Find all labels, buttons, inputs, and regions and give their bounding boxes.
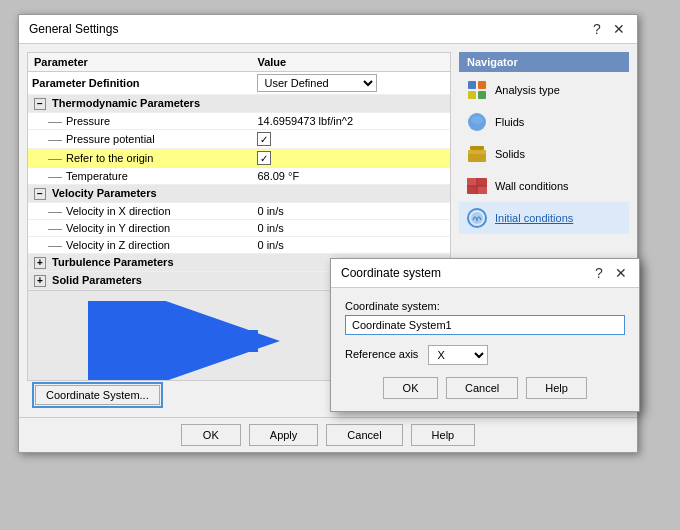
refer-origin-row: Refer to the origin ✓ [28,149,450,168]
turbulence-expand-icon[interactable]: + [34,257,46,269]
nav-label-fluids: Fluids [495,116,524,128]
velocity-y-row: Velocity in Y direction 0 in/s [28,220,450,237]
pressure-value: 14.6959473 lbf/in^2 [251,113,450,130]
bottom-buttons: OK Apply Cancel Help [19,417,637,452]
velocity-y-label: Velocity in Y direction [66,222,170,234]
help-button[interactable]: ? [589,21,605,37]
svg-rect-9 [468,150,486,154]
svg-rect-10 [470,146,484,150]
param-definition-label: Parameter Definition [28,72,251,95]
velocity-z-label: Velocity in Z direction [66,239,170,251]
velocity-section-header: − Velocity Parameters [28,185,450,203]
svg-rect-2 [468,81,476,89]
temperature-value: 68.09 °F [251,168,450,185]
ok-button[interactable]: OK [181,424,241,446]
param-panel: Parameter Value Parameter Definition Use… [27,52,451,291]
velocity-x-row: Velocity in X direction 0 in/s [28,203,450,220]
nav-item-initial-conditions[interactable]: Initial conditions [459,202,629,234]
thermodynamic-expand-icon[interactable]: − [34,98,46,110]
nav-item-fluids[interactable]: Fluids [459,106,629,138]
coord-help-button[interactable]: Help [526,377,587,399]
coord-system-input[interactable] [345,315,625,335]
pressure-label: Pressure [66,115,110,127]
param-definition-select[interactable]: User Defined [257,74,377,92]
svg-rect-4 [468,91,476,99]
solids-icon [465,142,489,166]
param-definition-value: User Defined [251,72,450,95]
velocity-y-value: 0 in/s [251,220,450,237]
temperature-label: Temperature [66,170,128,182]
coordinate-system-dialog: Coordinate system ? ✕ Coordinate system:… [330,258,640,412]
ref-axis-select[interactable]: X Y Z [428,345,488,365]
temperature-row: Temperature 68.09 °F [28,168,450,185]
title-bar: General Settings ? ✕ [19,15,637,44]
nav-item-analysis-type[interactable]: Analysis type [459,74,629,106]
nav-item-wall-conditions[interactable]: Wall conditions [459,170,629,202]
ref-axis-row: Reference axis X Y Z [345,345,625,365]
refer-origin-label: Refer to the origin [66,152,153,164]
nav-item-solids[interactable]: Solids [459,138,629,170]
svg-rect-5 [478,91,486,99]
pressure-potential-label: Pressure potential [66,133,155,145]
ref-axis-label: Reference axis [345,348,418,360]
apply-button[interactable]: Apply [249,424,319,446]
coord-dialog-buttons: OK Cancel Help [345,377,625,399]
param-col-header: Parameter [28,53,251,72]
refer-origin-checkbox[interactable]: ✓ [257,151,271,165]
velocity-z-row: Velocity in Z direction 0 in/s [28,237,450,254]
help-dialog-button[interactable]: Help [411,424,476,446]
initial-conditions-icon [465,206,489,230]
nav-label-wall-conditions: Wall conditions [495,180,569,192]
close-button[interactable]: ✕ [611,21,627,37]
thermodynamic-section-header: − Thermodynamic Parameters [28,95,450,113]
arrow-svg [88,301,288,381]
solid-expand-icon[interactable]: + [34,275,46,287]
coord-cancel-button[interactable]: Cancel [446,377,518,399]
value-col-header: Value [251,53,450,72]
pressure-potential-row: Pressure potential ✓ [28,130,450,149]
coord-dialog-title-bar: Coordinate system ? ✕ [331,259,639,288]
coord-ok-button[interactable]: OK [383,377,438,399]
thermodynamic-label: Thermodynamic Parameters [52,97,200,109]
nav-label-initial-conditions: Initial conditions [495,212,573,224]
pressure-potential-checkbox[interactable]: ✓ [257,132,271,146]
fluids-icon [465,110,489,134]
coord-dialog-title: Coordinate system [341,266,441,280]
velocity-z-value: 0 in/s [251,237,450,254]
velocity-label: Velocity Parameters [52,187,157,199]
svg-rect-13 [477,186,487,194]
nav-label-analysis-type: Analysis type [495,84,560,96]
coord-system-label: Coordinate system: [345,300,625,312]
pressure-row: Pressure 14.6959473 lbf/in^2 [28,113,450,130]
svg-rect-12 [467,178,477,186]
analysis-type-icon [465,78,489,102]
coord-dialog-controls: ? ✕ [591,265,629,281]
coord-dialog-body: Coordinate system: Reference axis X Y Z … [331,288,639,411]
svg-rect-3 [478,81,486,89]
coord-dialog-help-btn[interactable]: ? [591,265,607,281]
turbulence-label: Turbulence Parameters [52,256,173,268]
velocity-x-label: Velocity in X direction [66,205,171,217]
navigator-header: Navigator [459,52,629,72]
coordinate-system-button[interactable]: Coordinate System... [35,385,160,405]
param-definition-row: Parameter Definition User Defined [28,72,450,95]
svg-point-7 [471,116,483,124]
nav-label-solids: Solids [495,148,525,160]
wall-conditions-icon [465,174,489,198]
velocity-x-value: 0 in/s [251,203,450,220]
coord-dialog-close-btn[interactable]: ✕ [613,265,629,281]
window-title: General Settings [29,22,118,36]
title-bar-controls: ? ✕ [589,21,627,37]
velocity-expand-icon[interactable]: − [34,188,46,200]
solid-label: Solid Parameters [52,274,142,286]
cancel-button[interactable]: Cancel [326,424,402,446]
param-table: Parameter Value Parameter Definition Use… [28,53,450,290]
